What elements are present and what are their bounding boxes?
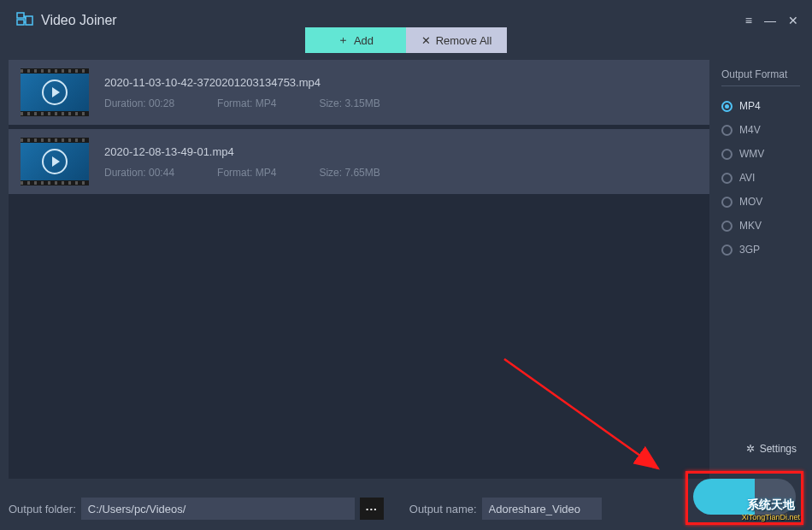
radio-icon (721, 197, 733, 208)
add-button[interactable]: ＋ Add (305, 27, 406, 53)
video-duration: Duration: 00:28 (104, 97, 174, 109)
minimize-icon[interactable]: — (764, 14, 776, 27)
app-title: Video Joiner (41, 13, 117, 28)
play-icon (42, 80, 68, 105)
video-item[interactable]: 2020-11-03-10-42-3720201203134753.mp4 Du… (9, 60, 709, 125)
gear-icon: ✲ (746, 443, 755, 455)
svg-rect-0 (17, 13, 24, 18)
video-filename: 2020-11-03-10-42-3720201203134753.mp4 (104, 76, 697, 89)
svg-rect-2 (26, 16, 32, 25)
radio-icon (721, 101, 733, 112)
video-format: Format: MP4 (217, 97, 276, 109)
plus-icon: ＋ (338, 32, 349, 48)
format-option-wmv[interactable]: WMV (721, 148, 800, 160)
radio-icon (721, 125, 733, 136)
menu-icon[interactable]: ≡ (745, 14, 752, 27)
video-size: Size: 7.65MB (319, 167, 380, 179)
browse-folder-button[interactable]: ··· (360, 498, 384, 520)
app-logo-icon (15, 11, 34, 30)
output-name-input[interactable] (482, 498, 602, 520)
output-folder-label: Output folder: (9, 503, 76, 515)
format-option-avi[interactable]: AVI (721, 172, 800, 184)
video-size: Size: 3.15MB (319, 97, 380, 109)
close-icon[interactable]: ✕ (788, 14, 798, 27)
format-option-m4v[interactable]: M4V (721, 124, 800, 136)
video-thumbnail[interactable] (21, 68, 89, 116)
format-option-mp4[interactable]: MP4 (721, 100, 800, 112)
radio-icon (721, 221, 733, 232)
output-name-label: Output name: (409, 503, 477, 515)
x-icon: ✕ (421, 34, 431, 47)
output-folder-input[interactable] (81, 498, 355, 520)
svg-rect-1 (17, 20, 24, 25)
video-item[interactable]: 2020-12-08-13-49-01.mp4 Duration: 00:44 … (9, 129, 709, 194)
video-list: 2020-11-03-10-42-3720201203134753.mp4 Du… (9, 60, 709, 479)
sidebar-title: Output Format (721, 68, 800, 86)
format-option-mov[interactable]: MOV (721, 196, 800, 208)
video-thumbnail[interactable] (21, 138, 89, 186)
radio-icon (721, 173, 733, 184)
play-icon (42, 149, 68, 174)
radio-icon (721, 149, 733, 160)
output-format-sidebar: Output Format MP4M4VWMVAVIMOVMKV3GP (718, 60, 803, 479)
settings-link[interactable]: ✲ Settings (746, 443, 797, 455)
video-filename: 2020-12-08-13-49-01.mp4 (104, 145, 697, 158)
join-button[interactable] (693, 479, 796, 515)
format-option-mkv[interactable]: MKV (721, 220, 800, 232)
radio-icon (721, 244, 733, 256)
remove-all-button[interactable]: ✕ Remove All (406, 27, 507, 53)
video-duration: Duration: 00:44 (104, 167, 174, 179)
format-option-3gp[interactable]: 3GP (721, 244, 800, 256)
video-format: Format: MP4 (217, 167, 276, 179)
join-button-highlight (685, 471, 803, 525)
